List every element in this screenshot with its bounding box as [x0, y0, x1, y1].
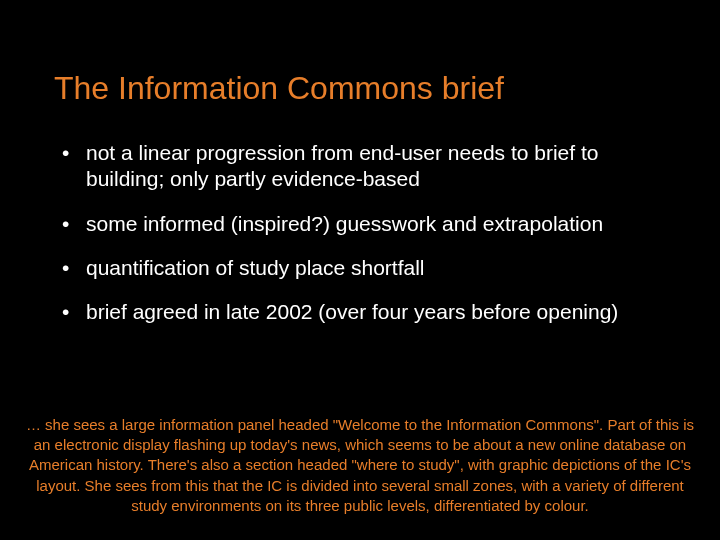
- list-item: not a linear progression from end-user n…: [54, 140, 680, 193]
- slide: The Information Commons brief not a line…: [0, 0, 720, 540]
- list-item: quantification of study place shortfall: [54, 255, 680, 281]
- slide-title: The Information Commons brief: [54, 70, 504, 107]
- footer-text: … she sees a large information panel hea…: [20, 415, 700, 516]
- bullet-list: not a linear progression from end-user n…: [54, 140, 680, 343]
- list-item: some informed (inspired?) guesswork and …: [54, 211, 680, 237]
- list-item: brief agreed in late 2002 (over four yea…: [54, 299, 680, 325]
